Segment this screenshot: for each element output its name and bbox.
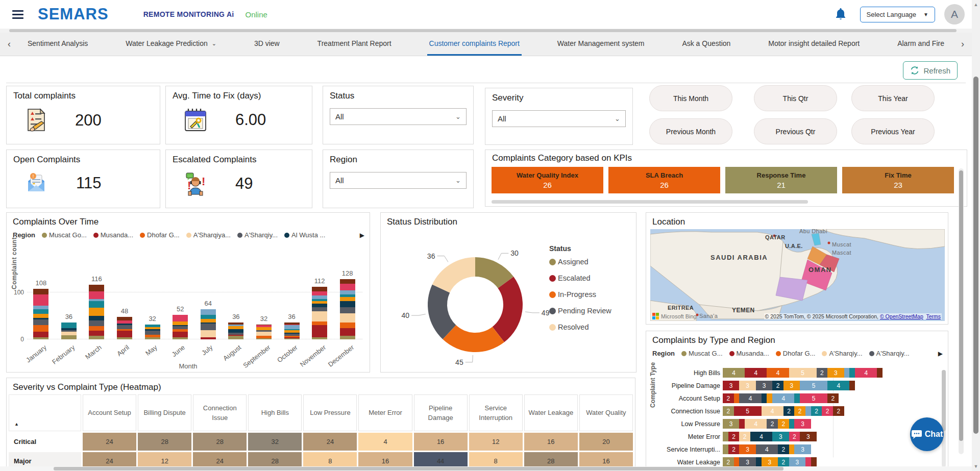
top-horizontal-scrollbar[interactable] — [0, 29, 972, 33]
heatmap-column-header[interactable]: Water Leakage — [524, 394, 578, 431]
bar-june[interactable] — [173, 315, 188, 339]
map[interactable]: QATARAbu DhabiU.A.E.MuscatMascatSAUDI AR… — [650, 229, 945, 321]
tab-treatment-plant-report[interactable]: Treatment Plant Report — [315, 33, 394, 56]
bar-january[interactable] — [33, 289, 48, 339]
heatmap-column-header[interactable]: Pipeline Damage — [414, 394, 468, 431]
time-button-this-qtr[interactable]: This Qtr — [754, 85, 837, 111]
terms-link[interactable]: Terms — [926, 313, 941, 319]
bar-december[interactable] — [340, 279, 355, 339]
heatmap-column-header[interactable]: Water Quality — [579, 394, 633, 431]
bar-july[interactable] — [201, 309, 216, 339]
time-button-previous-month[interactable]: Previous Month — [649, 118, 732, 144]
language-selector[interactable]: Select Language ▼ — [860, 7, 936, 22]
tabs-scroll-left-icon[interactable]: ‹ — [0, 33, 18, 56]
page-horizontal-scrollbar[interactable] — [0, 466, 972, 471]
heatmap-column-header[interactable]: Service Interruption — [469, 394, 523, 431]
status-legend-item[interactable]: Pending Review — [549, 307, 611, 315]
type-row-bar[interactable]: 23323 — [723, 457, 817, 467]
tab-customer-complaints-report[interactable]: Customer complaints Report — [427, 33, 522, 56]
type-row-bar[interactable]: 23423 — [723, 444, 811, 454]
bar-april[interactable] — [117, 317, 132, 339]
kpi-category-scrollbar[interactable] — [492, 200, 808, 204]
legend-item[interactable]: Al Wusta ... — [284, 231, 325, 239]
heatmap-cell[interactable]: 24 — [83, 433, 136, 451]
heatmap-column-header[interactable]: Account Setup — [83, 394, 136, 431]
kpi-pill-fix-time[interactable]: Fix Time23 — [842, 167, 954, 193]
bar-november[interactable] — [312, 287, 327, 339]
tab-motor-insight-detailed-report[interactable]: Motor insight detailed Report — [766, 33, 862, 56]
hamburger-menu-icon[interactable] — [12, 8, 23, 21]
page-vertical-scrollbar[interactable]: ▲ ▼ — [972, 0, 980, 471]
type-row-bar[interactable]: 224323 — [723, 432, 817, 441]
legend-item[interactable]: Muscat Go... — [42, 231, 87, 239]
severity-dropdown[interactable]: All ⌄ — [492, 110, 626, 127]
status-legend-item[interactable]: Escalated — [549, 274, 611, 282]
bar-october[interactable] — [284, 323, 300, 339]
openstreetmap-link[interactable]: © OpenStreetMap — [880, 313, 923, 319]
legend-item[interactable]: A'Sharqiya... — [186, 231, 231, 239]
kpi-pill-sla-breach[interactable]: SLA Breach26 — [608, 167, 720, 193]
heatmap-column-header[interactable]: Low Pressure — [303, 394, 357, 431]
legend-item[interactable]: Dhofar G... — [140, 231, 180, 239]
heatmap-column-header[interactable]: Connection Issue — [193, 394, 247, 431]
time-button-this-year[interactable]: This Year — [851, 85, 935, 111]
bar-september[interactable] — [256, 325, 272, 339]
heatmap-cell[interactable]: 4 — [358, 433, 412, 451]
bar-may[interactable] — [145, 325, 160, 339]
heatmap-cell[interactable]: 16 — [524, 433, 578, 451]
kpi-pill-response-time[interactable]: Response Time21 — [725, 167, 837, 193]
chat-button[interactable]: Chat — [910, 417, 944, 451]
heatmap-cell[interactable]: 20 — [579, 433, 633, 451]
bar-march[interactable] — [89, 285, 104, 339]
time-button-previous-qtr[interactable]: Previous Qtr — [754, 118, 837, 144]
inner-vertical-scrollbar[interactable] — [959, 168, 964, 454]
legend-scroll-right-icon[interactable]: ▶ — [360, 232, 364, 239]
heatmap-cell[interactable]: 16 — [414, 433, 468, 451]
legend-item[interactable]: A'Sharqiy... — [237, 231, 278, 239]
region-dropdown[interactable]: All ⌄ — [330, 172, 467, 189]
type-panel-scrollbar[interactable] — [942, 370, 946, 467]
heatmap-cell[interactable]: 32 — [248, 433, 302, 451]
tab-water-management-system[interactable]: Water Management system — [555, 33, 647, 56]
bar-august[interactable] — [228, 323, 243, 339]
status-legend-item[interactable]: In-Progress — [549, 290, 611, 299]
tab-alarm-and-fire[interactable]: Alarm and Fire — [895, 33, 946, 56]
heatmap-cell[interactable]: 12 — [469, 433, 523, 451]
type-row-bar[interactable]: 3332354 — [723, 381, 855, 390]
tab-ask-a-question[interactable]: Ask a Question — [680, 33, 732, 56]
heatmap-column-header[interactable]: Billing Dispute — [138, 394, 191, 431]
tab-sentiment-analysis[interactable]: Sentiment Analysis — [26, 33, 90, 56]
time-button-this-month[interactable]: This Month — [649, 85, 732, 111]
kpi-pill-water-quality-index[interactable]: Water Quality Index26 — [492, 167, 603, 193]
heatmap-column-header[interactable]: High Bills — [248, 394, 302, 431]
bar-segment: 2 — [827, 393, 839, 403]
type-row-bar[interactable]: 4445234 — [723, 368, 883, 378]
legend-item[interactable]: Musanda... — [93, 231, 133, 239]
status-dropdown[interactable]: All ⌄ — [330, 108, 467, 125]
legend-scroll-right-icon[interactable]: ▶ — [938, 350, 943, 357]
legend-item[interactable]: Musanda... — [729, 350, 769, 357]
notification-bell-icon[interactable] — [835, 8, 847, 21]
tabs-scroll-right-icon[interactable]: › — [953, 33, 972, 56]
heatmap-cell[interactable]: 24 — [303, 433, 357, 451]
heatmap-cell[interactable]: 28 — [138, 433, 191, 451]
legend-item[interactable]: Muscat G... — [681, 350, 722, 357]
legend-item[interactable]: A'Sharqiy... — [822, 350, 862, 357]
tab-3d-view[interactable]: 3D view — [252, 33, 282, 56]
donut-slice-resolved[interactable] — [432, 257, 475, 293]
heatmap-column-header[interactable]: Meter Error — [358, 394, 412, 431]
refresh-button[interactable]: Refresh — [903, 61, 958, 80]
type-row-bar[interactable]: 34223 — [723, 419, 811, 429]
legend-item[interactable]: A'Sharqiy... — [869, 350, 910, 357]
heatmap-corner-cell[interactable]: ▲ — [9, 394, 81, 431]
heatmap-cell[interactable]: 28 — [193, 433, 247, 451]
avatar[interactable]: A — [944, 4, 965, 24]
type-row-bar[interactable]: 25422222 — [723, 406, 844, 416]
tab-water-leakage-prediction[interactable]: Water Leakage Prediction⌄ — [124, 33, 218, 56]
status-legend-item[interactable]: Resolved — [549, 323, 611, 331]
legend-item[interactable]: Dhofar G... — [776, 350, 816, 357]
bar-february[interactable] — [61, 323, 77, 339]
type-row-bar[interactable]: 24452 — [723, 393, 839, 403]
time-button-previous-year[interactable]: Previous Year — [851, 118, 935, 144]
status-legend-item[interactable]: Assigned — [549, 258, 611, 266]
